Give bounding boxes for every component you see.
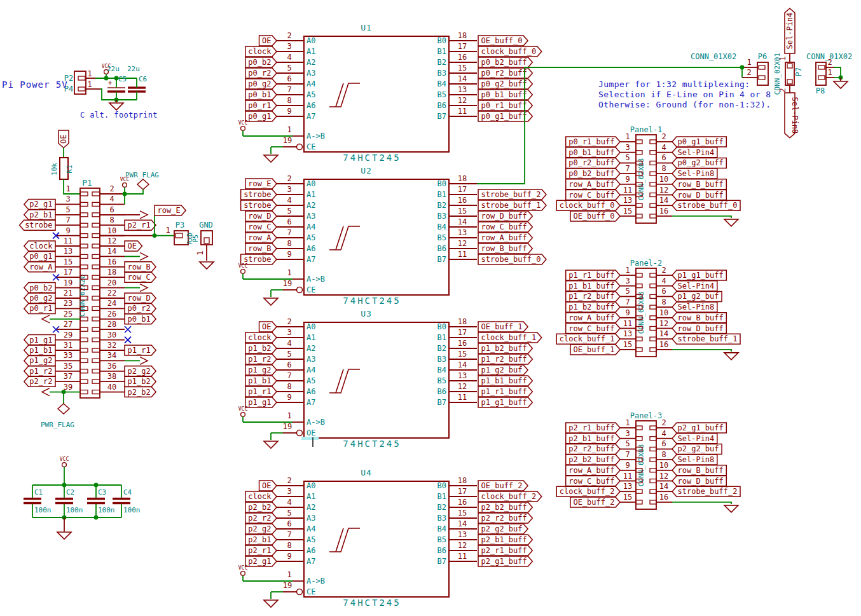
pin-number: 5 — [65, 205, 70, 214]
pin-number: 4 — [287, 196, 291, 205]
connector-pad — [650, 426, 656, 430]
pin-number: 7 — [287, 85, 291, 94]
net-label-text: p2_g2 — [128, 367, 151, 376]
connector-pad — [650, 294, 656, 298]
pin-name: B7 — [437, 112, 446, 121]
pin-number: 6 — [661, 439, 666, 448]
net-label-text: p1_b1 — [248, 376, 271, 385]
pi-power-label[interactable]: Pi Power 5V — [2, 80, 68, 89]
jumper-note-line1[interactable]: Jumper for 1:32 multiplexing: — [598, 80, 750, 88]
gnd-symbol[interactable] — [724, 353, 738, 360]
vcc-symbol[interactable] — [241, 572, 245, 576]
connector-pad — [650, 327, 656, 331]
net-label-text: p1_r2_buff — [481, 355, 527, 364]
pin-name: CE — [307, 285, 315, 294]
net-label-text: clock — [248, 333, 272, 342]
gnd-symbol[interactable] — [264, 298, 278, 305]
pin-name: B5 — [437, 376, 446, 385]
pin-name: B3 — [437, 212, 446, 221]
jumper-note-line2[interactable]: Selection if E-Line on Pin 4 or 8 — [598, 90, 771, 99]
connector-p7-body[interactable] — [785, 62, 794, 85]
gnd-symbol[interactable] — [834, 81, 848, 88]
pin-name: A4 — [307, 222, 315, 231]
pin-number: 4 — [661, 277, 666, 285]
ref-p1: P1 — [82, 178, 92, 188]
chip-body[interactable] — [304, 36, 449, 152]
net-label-text: OE_buff_1 — [481, 322, 523, 331]
gnd-symbol[interactable] — [109, 103, 123, 110]
net-label-text: p2_r1 — [128, 221, 151, 229]
connector-pad — [80, 317, 88, 321]
pin-number: 4 — [287, 498, 291, 507]
pwr-flag-symbol[interactable] — [58, 404, 69, 414]
connector-pad — [636, 337, 642, 341]
pin-number: 17 — [458, 328, 467, 337]
connector-pad — [650, 305, 656, 309]
pin-number: 5 — [625, 153, 630, 162]
pin-name: B7 — [437, 255, 446, 264]
net-label-text: clock — [248, 492, 272, 501]
pin-number: 7 — [287, 228, 291, 237]
pin-number: 10 — [659, 308, 668, 317]
gnd-symbol[interactable] — [200, 262, 214, 269]
ref-u1: U1 — [361, 23, 372, 32]
gnd-symbol[interactable] — [264, 600, 278, 607]
chip-body[interactable] — [304, 179, 449, 295]
net-label-text: p2_g1 — [248, 557, 271, 566]
connector-pad — [636, 489, 642, 493]
vcc-symbol[interactable] — [241, 127, 245, 131]
connector-pad — [78, 87, 85, 91]
connector-pad — [650, 337, 656, 341]
pin-number: 17 — [458, 487, 467, 496]
connector-pad — [650, 140, 656, 144]
vcc-symbol[interactable] — [62, 463, 67, 467]
c-alt-footprint-note[interactable]: C alt. footprint — [80, 111, 158, 119]
pin-number: 12 — [458, 541, 467, 550]
chip-body[interactable] — [304, 322, 449, 438]
pin-number: 1 — [625, 266, 630, 275]
pin-name: A0 — [307, 179, 315, 188]
pin-number: 1 — [196, 250, 205, 255]
gnd-symbol[interactable] — [57, 532, 71, 539]
vcc-symbol[interactable] — [241, 413, 245, 417]
pin-number: 31 — [64, 341, 72, 350]
net-label-text: Sel-Pin4 — [785, 13, 794, 50]
pin-name: A3 — [307, 69, 315, 78]
pin-name: A6 — [307, 101, 315, 110]
net-label-text: p0_b1_buff — [568, 148, 614, 157]
pin-name: A1 — [307, 492, 315, 501]
pwr-flag-symbol[interactable] — [137, 179, 149, 189]
pin-name: A0 — [307, 481, 315, 490]
pin-name: B5 — [437, 90, 446, 99]
jumper-note-line3[interactable]: Otherwise: Ground (for non-1:32). — [598, 100, 771, 109]
chip-u3[interactable] — [297, 322, 450, 447]
net-label-text: p1_g2 — [29, 356, 52, 365]
vcc-symbol[interactable] — [241, 270, 245, 274]
connector-pad — [650, 284, 656, 288]
pin-number: 1 — [65, 184, 70, 193]
net-label-text: row_C — [128, 273, 151, 282]
gnd-symbol[interactable] — [264, 155, 278, 162]
net-label-text: Sel-Pin4 — [678, 148, 715, 157]
gnd-symbol[interactable] — [264, 441, 278, 448]
net-label-text: p1_b2 — [128, 377, 151, 386]
connector-pad — [80, 213, 88, 217]
pin-number: 13 — [458, 85, 467, 94]
pin-number: 11 — [458, 393, 467, 402]
cap-plus: + — [108, 79, 113, 87]
net-label-text: strobe — [244, 255, 271, 264]
net-label-text: strobe_buff_0 — [678, 201, 738, 210]
gnd-symbol[interactable] — [724, 505, 738, 512]
vcc-symbol[interactable] — [123, 183, 127, 188]
net-label-text: p1_g1 — [29, 336, 52, 345]
pin-number: 3 — [287, 328, 291, 337]
pin-name: A6 — [307, 387, 315, 396]
connector-pad — [80, 254, 88, 258]
pin-number: 16 — [659, 340, 668, 349]
pin-number: 33 — [64, 351, 72, 360]
pin-name: A5 — [307, 376, 315, 385]
pin-name: B0 — [437, 322, 446, 331]
chip-body[interactable] — [304, 481, 449, 597]
pin-name: B0 — [437, 179, 446, 188]
gnd-symbol[interactable] — [724, 219, 738, 226]
